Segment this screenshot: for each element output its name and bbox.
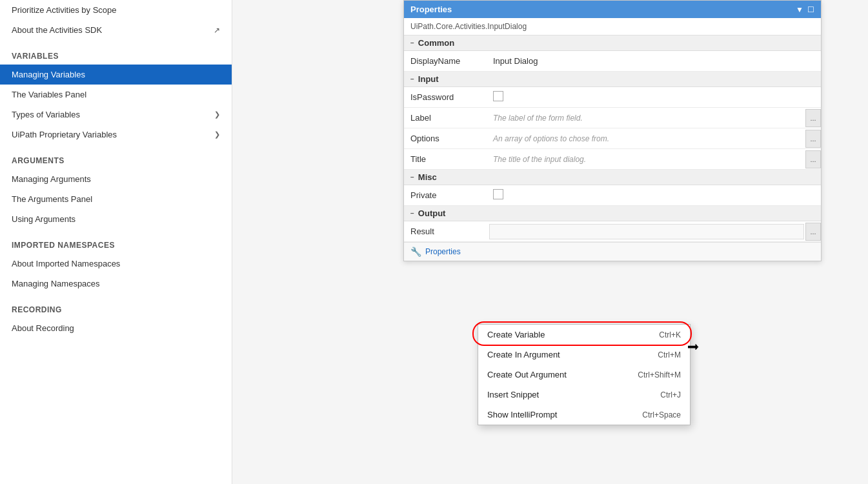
prop-label-result: Result [404,223,488,240]
collapse-icon-input[interactable]: − [410,76,414,83]
properties-footer: 🔧 Properties [404,242,821,261]
prop-row-result: Result ... [404,221,821,242]
prop-value-ispassword[interactable] [488,88,821,106]
section-header-arguments: ARGUMENTS [0,145,232,169]
ellipsis-btn-label[interactable]: ... [805,109,821,127]
properties-footer-link[interactable]: Properties [425,247,461,256]
sidebar-item-managing-variables[interactable]: Managing Variables [0,65,232,85]
context-menu-item-create-in-arg[interactable]: Create In Argument Ctrl+M [478,345,690,365]
properties-header: Properties ▼ ☐ [404,1,821,18]
context-menu-label: Create Out Argument [487,370,567,379]
context-menu-item-create-variable[interactable]: Create Variable Ctrl+K [478,325,690,345]
prop-value-title[interactable]: The title of the input dialog. [488,152,805,166]
sidebar-item-arguments-panel[interactable]: The Arguments Panel [0,189,232,209]
prop-value-title-container: The title of the input dialog. ... [488,150,821,168]
sidebar-item-label: Managing Arguments [12,174,91,184]
sidebar-item-variables-panel[interactable]: The Variables Panel [0,85,232,105]
section-input-label: Input [418,74,439,84]
sidebar-item-uipath-variables[interactable]: UiPath Proprietary Variables ❯ [0,125,232,145]
sidebar-item-types-variables[interactable]: Types of Variables ❯ [0,105,232,125]
prop-row-options: Options An array of options to chose fro… [404,128,821,149]
checkbox-ispassword[interactable] [493,91,503,101]
header-icons: ▼ ☐ [796,5,814,14]
context-menu-shortcut: Ctrl+M [658,350,681,359]
chevron-right-icon: ❯ [214,110,220,119]
external-link-icon: ↗ [214,26,220,35]
prop-label-displayname: DisplayName [404,52,488,70]
main-content: Properties ▼ ☐ UiPath.Core.Activities.In… [232,0,868,484]
context-menu-label: Insert Snippet [487,390,539,399]
context-menu-label: Show IntelliPrompt [487,410,557,419]
sidebar-item-about-recording[interactable]: About Recording [0,318,232,338]
sidebar-item-label: Managing Namespaces [12,279,100,288]
section-common-label: Common [418,38,454,48]
sidebar-item-activities-sdk[interactable]: About the Activities SDK ↗ [0,20,232,40]
context-menu-item-create-out-arg[interactable]: Create Out Argument Ctrl+Shift+M [478,365,690,385]
sidebar-item-label: The Arguments Panel [12,194,92,204]
prop-row-private: Private [404,185,821,206]
dropdown-icon[interactable]: ▼ [796,5,803,14]
properties-title: Properties [410,5,452,14]
sidebar-item-managing-arguments[interactable]: Managing Arguments [0,169,232,189]
prop-row-title: Title The title of the input dialog. ... [404,149,821,170]
context-menu-shortcut: Ctrl+J [660,390,681,399]
section-output: − Output [404,206,821,221]
prop-row-ispassword: IsPassword [404,87,821,108]
prop-label-label: Label [404,109,488,126]
prop-value-options[interactable]: An array of options to chose from. [488,132,805,146]
collapse-icon-output[interactable]: − [410,210,414,217]
section-output-label: Output [418,208,446,218]
prop-value-result-container: ... [488,223,821,241]
section-misc: − Misc [404,170,821,185]
sidebar-item-managing-namespaces[interactable]: Managing Namespaces [0,274,232,294]
context-menu: Create Variable Ctrl+K Create In Argumen… [478,324,691,425]
prop-label-ispassword: IsPassword [404,88,488,106]
section-common: − Common [404,35,821,51]
ellipsis-btn-result[interactable]: ... [805,223,821,241]
collapse-icon[interactable]: − [410,39,414,46]
wrench-icon: 🔧 [410,247,421,257]
context-menu-label: Create Variable [487,330,545,339]
sidebar-item-about-namespaces[interactable]: About Imported Namespaces [0,254,232,274]
restore-icon[interactable]: ☐ [807,5,814,14]
sidebar-item-label: About the Activities SDK [12,25,102,35]
prop-value-private[interactable] [488,187,821,204]
properties-subtitle: UiPath.Core.Activities.InputDialog [404,18,821,35]
collapse-icon-misc[interactable]: − [410,174,414,181]
prop-value-options-container: An array of options to chose from. ... [488,130,821,148]
chevron-right-icon: ❯ [214,130,220,139]
sidebar-item-label: UiPath Proprietary Variables [12,130,117,139]
ellipsis-btn-title[interactable]: ... [805,150,821,168]
sidebar-item-label: About Imported Namespaces [12,259,120,268]
sidebar-item-label: About Recording [12,323,74,333]
context-menu-item-insert-snippet[interactable]: Insert Snippet Ctrl+J [478,385,690,405]
properties-panel: Properties ▼ ☐ UiPath.Core.Activities.In… [403,0,822,261]
prop-value-displayname[interactable]: Input Dialog [488,54,821,68]
prop-label-private: Private [404,187,488,204]
section-header-variables: VARIABLES [0,40,232,65]
sidebar-item-using-arguments[interactable]: Using Arguments [0,209,232,229]
section-input: − Input [404,72,821,87]
context-menu-shortcut: Ctrl+K [659,330,681,339]
context-menu-label: Create In Argument [487,350,560,359]
context-menu-item-show-intelli[interactable]: Show IntelliPrompt Ctrl+Space [478,405,690,425]
prop-value-result[interactable] [489,224,804,239]
ellipsis-btn-options[interactable]: ... [805,130,821,148]
prop-label-title: Title [404,150,488,168]
sidebar-item-label: The Variables Panel [12,90,86,99]
prop-row-displayname: DisplayName Input Dialog [404,51,821,72]
sidebar-item-prioritize[interactable]: Prioritize Activities by Scope [0,0,232,20]
prop-row-label: Label The label of the form field. ... [404,108,821,128]
prop-value-label-container: The label of the form field. ... [488,109,821,127]
prop-label-options: Options [404,130,488,147]
context-menu-shortcut: Ctrl+Space [642,410,681,419]
prop-value-label[interactable]: The label of the form field. [488,111,805,125]
section-misc-label: Misc [418,172,437,182]
section-header-recording: RECORDING [0,294,232,318]
sidebar-item-label: Types of Variables [12,110,80,119]
checkbox-private[interactable] [493,189,503,199]
section-header-namespaces: IMPORTED NAMESPACES [0,229,232,254]
sidebar-item-label: Managing Variables [12,70,85,79]
context-menu-shortcut: Ctrl+Shift+M [638,370,681,379]
sidebar-item-label: Using Arguments [12,214,76,224]
